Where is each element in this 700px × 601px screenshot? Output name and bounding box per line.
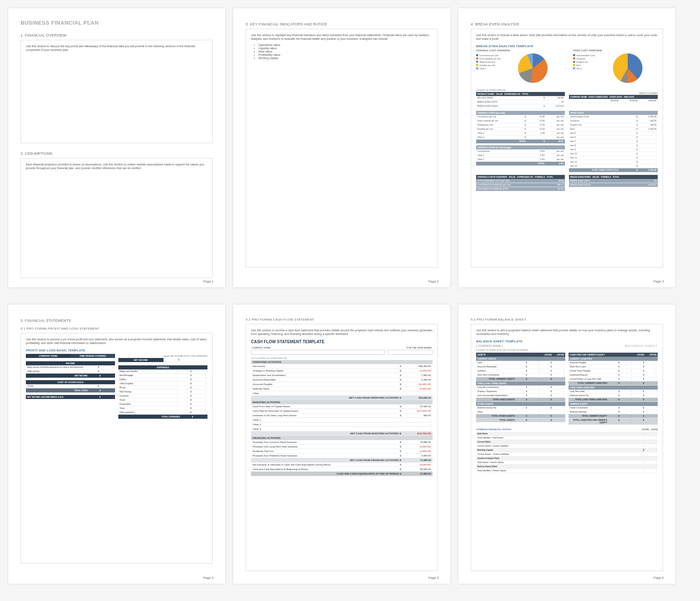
page-3: 4. BREAK-EVEN ANALYSIS Use this section … [458, 8, 675, 287]
page-1: BUSINESS FINANCIAL PLAN 1. FINANCIAL OVE… [8, 8, 225, 287]
ratios-list: Operations ratiosLiquidity ratiosDebt ra… [258, 44, 433, 60]
document-viewport: BUSINESS FINANCIAL PLAN 1. FINANCIAL OVE… [0, 0, 700, 601]
page-number: Page 3 [654, 280, 664, 283]
subsection-title: 5.3 PRO FORMA BALANCE SHEET [471, 318, 663, 321]
legend-item: Item 5 [573, 67, 595, 70]
assets-col: ASSETS[YEAR][YEAR] CURRENT ASSETSCash$-$… [476, 353, 565, 425]
ratio-item: Debt ratios [258, 50, 433, 53]
sheet-label: BALANCE SHEET [625, 344, 658, 348]
legend-variable: Commission per UnitDirect Material per U… [476, 54, 500, 83]
page-number: Page 2 [428, 280, 439, 283]
ratio-item: Liquidity ratios [258, 47, 433, 50]
page-number: Page 6 [654, 576, 664, 580]
section-title: 1. FINANCIAL OVERVIEW [21, 33, 213, 37]
note: Complete non-shaded fields only. Formula… [476, 349, 658, 351]
pl-right-col: equals NET INCOME PLUS TOTAL EXPENSESNET… [118, 354, 207, 419]
page-number: Page 4 [203, 576, 214, 580]
cashflow-table: COMPANY NAMEFOR THE YEAR ENDED Use to co… [251, 346, 433, 476]
legend-item: Other 1 [476, 67, 500, 70]
ratio-item: Operations ratios [258, 44, 433, 46]
legend-fixed: Administrative CostsInsuranceProperty Ta… [573, 54, 595, 83]
legend-item: Property Tax [573, 61, 595, 63]
chart-subtitle: FIXED COST OVERVIEW [573, 49, 658, 52]
legend-item: Administrative Costs [573, 54, 595, 57]
breakeven-box: Use this section to include a table and/… [471, 29, 663, 268]
page-4: 5. FINANCIAL STATEMENTS 5.1 PRO FORMA PR… [8, 305, 225, 584]
template-title: PROFIT AND LOSS BASIC TEMPLATE [26, 349, 207, 352]
subsection-title: 5.2 PRO FORMA CASH FLOW STATEMENT [246, 318, 438, 321]
page-6: 5.3 PRO FORMA BALANCE SHEET Use this sec… [458, 305, 675, 584]
section-title: 3. KEY FINANCIAL INDICATORS AND RATIOS [246, 22, 438, 26]
legend-item: Rent [573, 64, 595, 67]
assumptions-box: Each financial projection provided is ba… [21, 158, 213, 278]
template-title: BALANCE SHEET TEMPLATE [476, 339, 658, 343]
legend-item: Commission per Unit [476, 54, 500, 57]
assumptions-desc: Each financial projection provided is ba… [26, 163, 207, 170]
pl-desc: Use this section to provide a pro forma … [26, 337, 207, 345]
pie-charts-row: VARIABLE COST OVERVIEW Commission per Un… [476, 49, 658, 83]
product-table: PRODUCT NAME VALUE EXPRESSED AS TOTALSEL… [476, 92, 565, 108]
chart-subtitle: VARIABLE COST OVERVIEW [476, 49, 561, 52]
document-title: BUSINESS FINANCIAL PLAN [21, 20, 213, 26]
legend-item: Supplies per Unit [476, 64, 500, 67]
overview-box: Use this section to discuss the key poin… [21, 40, 213, 143]
breakeven-desc: Use this section to include a table and/… [476, 33, 658, 41]
ratio-item: Working capital [258, 57, 433, 60]
ratios-box: Use this section to highlight key financ… [246, 29, 438, 268]
company-table: PERIOD COVEREDCOMPANY NAME DATE COMPLETE… [569, 92, 658, 108]
ratio-item: Profitability ratios [258, 53, 433, 56]
page-2: 3. KEY FINANCIAL INDICATORS AND RATIOS U… [233, 8, 450, 287]
section-title: 4. BREAK-EVEN ANALYSIS [471, 22, 663, 26]
overview-desc: Use this section to discuss the key poin… [26, 44, 207, 52]
vc-overview-table: VARIABLE COSTS OVERVIEW VALUE EXPRESSED … [476, 175, 565, 191]
pl-left-col: COMPANY NAMETIME PERIOD COVERED INCOMESa… [26, 354, 115, 419]
template-title: CASH FLOW STATEMENT TEMPLATE [251, 339, 433, 344]
pl-box: Use this section to provide a pro forma … [21, 333, 213, 564]
section-title: 2. ASSUMPTIONS [21, 151, 213, 156]
legend-item: Direct Material per Unit [476, 57, 500, 60]
template-title: BREAK-EVEN ANALYSIS TEMPLATE [476, 44, 658, 48]
company-placeholder: [ COMPANY NAME ] [476, 344, 503, 347]
ratios-section: COMMON FINANCIAL RATIOS [YEAR] [YEAR]Deb… [476, 428, 658, 473]
pie-variable-cost [518, 53, 548, 83]
bs-box: Use this section to add a projected bala… [471, 324, 663, 571]
ratios-desc: Use this section to highlight key financ… [251, 33, 433, 41]
page-number: Page 5 [428, 576, 439, 580]
cf-desc: Use this section to provide a cash flow … [251, 328, 433, 336]
bs-desc: Use this section to add a projected bala… [476, 328, 658, 336]
page-5: 5.2 PRO FORMA CASH FLOW STATEMENT Use th… [233, 305, 450, 584]
liabilities-col: LIABILITIES AND OWNER'S EQUITY[YEAR][YEA… [569, 353, 658, 425]
legend-item: Shipping per Unit [476, 61, 500, 63]
pie-fixed-cost [613, 53, 642, 83]
section-title: 5. FINANCIAL STATEMENTS [21, 319, 213, 323]
fixed-costs-table: FIXED COSTSAdministrative Costs$2,000.00… [569, 111, 658, 172]
breakeven-point-table: BREAK-EVEN POINT VALUE FORMULA TOTALBREA… [569, 175, 658, 191]
note: Complete non-shaded fields only [476, 89, 658, 91]
subsection-title: 5.1 PRO FORMA PROFIT AND LOSS STATEMENT [21, 327, 213, 330]
variable-costs-table: VARIABLE COSTS (per Unit)Commission per … [476, 111, 565, 172]
page-number: Page 1 [203, 280, 214, 283]
legend-item: Insurance [573, 57, 595, 60]
cf-box: Use this section to provide a cash flow … [246, 324, 438, 571]
